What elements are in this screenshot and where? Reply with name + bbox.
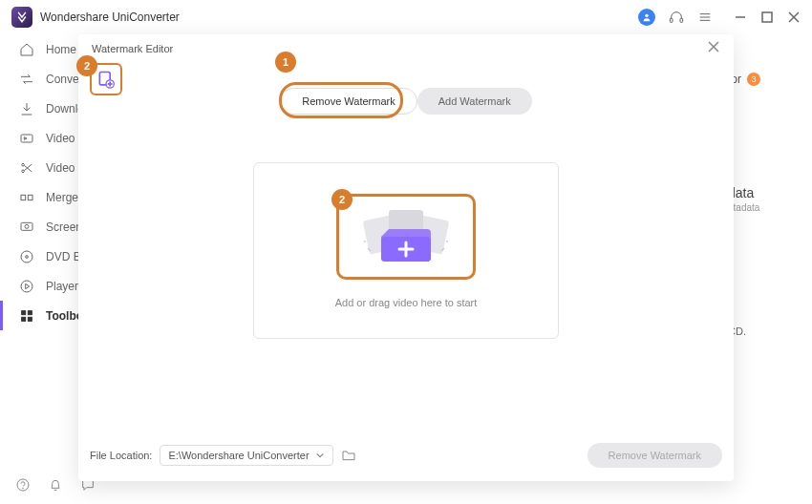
peek-badge: 3 (747, 73, 760, 86)
peek-data-title: data (728, 185, 795, 200)
peek-cd: CD. (728, 326, 795, 337)
app-title: Wondershare UniConverter (40, 10, 180, 24)
svg-rect-23 (28, 317, 32, 321)
sidebar-item-label: Player (46, 280, 78, 293)
svg-point-16 (25, 224, 29, 228)
home-icon (19, 42, 34, 57)
user-avatar[interactable] (638, 9, 655, 26)
open-folder-button[interactable] (341, 448, 356, 463)
modal-close-button[interactable] (707, 40, 720, 57)
bell-icon[interactable] (48, 477, 63, 493)
svg-rect-14 (28, 195, 32, 200)
svg-rect-22 (22, 317, 26, 321)
video-dropzone[interactable]: 2 Add or drag video here to start (253, 162, 559, 339)
app-logo (11, 7, 32, 28)
svg-point-17 (21, 251, 32, 262)
minimize-button[interactable] (734, 10, 747, 24)
tab-add-watermark[interactable]: Add Watermark (417, 88, 532, 115)
menu-icon[interactable] (697, 10, 713, 25)
file-location-value: E:\Wondershare UniConverter (168, 450, 309, 461)
dvd-icon (19, 249, 34, 264)
sidebar-item-editor[interactable]: Video Editor (0, 153, 86, 182)
remove-watermark-button[interactable]: Remove Watermark (588, 443, 722, 468)
sidebar-item-home[interactable]: Home (0, 34, 86, 64)
svg-point-11 (22, 163, 25, 166)
svg-point-0 (645, 14, 648, 17)
svg-point-25 (23, 488, 24, 489)
tab-remove-watermark[interactable]: Remove Watermark (280, 88, 417, 115)
sidebar-item-recorder[interactable]: Screen Recorder (0, 212, 86, 242)
modal-title: Watermark Editor (92, 43, 173, 54)
callout-badge-1: 1 (275, 52, 296, 73)
sidebar-item-compressor[interactable]: Video Compressor (0, 123, 86, 153)
headset-icon[interactable] (669, 10, 684, 25)
sidebar-item-label: Home (46, 43, 76, 56)
drop-text: Add or drag video here to start (335, 297, 478, 308)
help-icon[interactable] (15, 477, 31, 493)
svg-point-24 (17, 479, 29, 491)
titlebar: Wondershare UniConverter (0, 0, 812, 34)
sidebar-item-downloader[interactable]: Downloader (0, 94, 86, 123)
watermark-tabs: Remove Watermark Add Watermark (78, 88, 734, 115)
sidebar-item-toolbox[interactable]: Toolbox (0, 301, 86, 330)
svg-rect-15 (21, 222, 32, 230)
drop-illustration: 2 (336, 194, 476, 280)
converter-icon (19, 72, 34, 87)
sidebar: Home Converter Downloader Video Compress… (0, 34, 86, 504)
sidebar-item-merger[interactable]: Merger (0, 182, 86, 212)
file-location-row: File Location: E:\Wondershare UniConvert… (90, 443, 722, 468)
svg-point-12 (22, 170, 25, 173)
svg-rect-2 (680, 18, 683, 22)
svg-point-18 (26, 255, 29, 258)
sidebar-item-label: Merger (46, 191, 82, 204)
svg-rect-20 (22, 310, 26, 314)
file-location-label: File Location: (90, 450, 152, 461)
sidebar-item-converter[interactable]: Converter (0, 64, 86, 94)
recorder-icon (19, 220, 34, 235)
svg-rect-7 (762, 12, 772, 22)
callout-badge-2a: 2 (76, 55, 97, 76)
svg-rect-1 (670, 18, 673, 22)
file-location-select[interactable]: E:\Wondershare UniConverter (160, 445, 332, 466)
close-button[interactable] (787, 10, 801, 24)
svg-rect-13 (21, 195, 26, 200)
download-icon (19, 101, 34, 116)
peek-data-sub: etadata (728, 202, 795, 213)
svg-point-19 (21, 281, 32, 292)
merger-icon (19, 190, 34, 205)
callout-badge-2b: 2 (331, 189, 353, 210)
sidebar-item-player[interactable]: Player (0, 271, 86, 301)
scissors-icon (19, 160, 34, 176)
toolbox-icon (19, 308, 34, 324)
maximize-button[interactable] (760, 10, 774, 24)
svg-rect-21 (28, 310, 32, 314)
play-icon (19, 279, 34, 294)
sidebar-item-dvd[interactable]: DVD Burner (0, 242, 86, 271)
background-peek: tor3 dataetadata CD. (728, 73, 795, 337)
watermark-editor-modal: Watermark Editor 2 Remove Watermark Add … (78, 34, 734, 481)
compress-icon (19, 131, 34, 146)
